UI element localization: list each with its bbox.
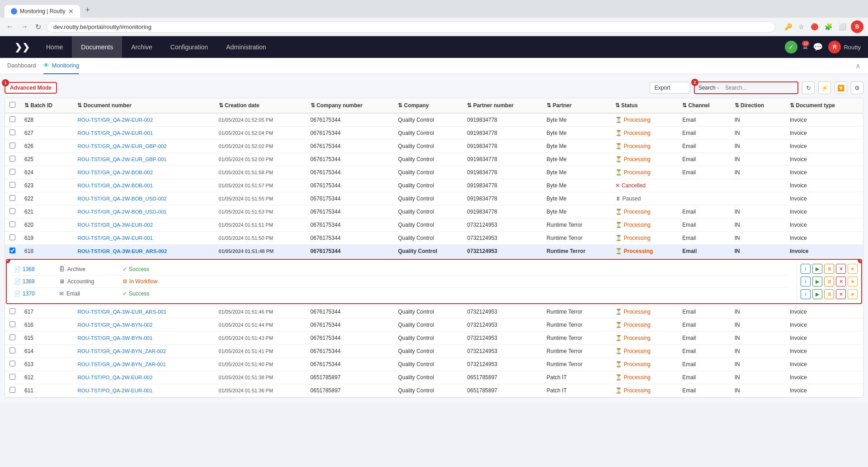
action-star-0[interactable]: ★: [848, 264, 858, 274]
bookmark-icon[interactable]: ☆: [797, 21, 806, 32]
row-checkbox-cell[interactable]: [5, 219, 20, 232]
row-checkbox-cell[interactable]: [5, 113, 20, 127]
table-row[interactable]: 618 ROU-TST/GR_QA-3W-EUR_ARS-002 01/05/2…: [5, 245, 863, 258]
table-row[interactable]: 625 ROU-TST/GR_QA-2W-EUR_GBP-001 01/05/2…: [5, 153, 863, 166]
refresh-button[interactable]: ↻: [802, 81, 815, 94]
col-direction[interactable]: ⇅ Direction: [730, 98, 785, 113]
row-checkbox[interactable]: [9, 156, 15, 162]
col-channel[interactable]: ⇅ Channel: [678, 98, 730, 113]
row-checkbox-cell[interactable]: [5, 332, 20, 345]
table-row[interactable]: 628 ROU-TST/GR_QA-2W-EUR-002 01/05/2024 …: [5, 113, 863, 127]
col-status[interactable]: ⇅ Status: [611, 98, 678, 113]
col-company-num[interactable]: ⇅ Company number: [306, 98, 394, 113]
action-info-0[interactable]: i: [801, 264, 811, 274]
row-checkbox[interactable]: [9, 169, 15, 175]
row-checkbox[interactable]: [9, 334, 15, 340]
row-checkbox[interactable]: [9, 208, 15, 214]
tab-close-button[interactable]: ✕: [68, 8, 74, 15]
action-stop-2[interactable]: ✕: [836, 289, 846, 299]
row-checkbox[interactable]: [9, 116, 15, 122]
row-checkbox-cell[interactable]: [5, 384, 20, 397]
nav-configuration[interactable]: Configuration: [161, 36, 217, 58]
table-row[interactable]: 619 ROU-TST/GR_QA-3W-EUR-001 01/05/2024 …: [5, 232, 863, 245]
action-play-1[interactable]: ▶: [812, 276, 822, 286]
collapse-button[interactable]: ∧: [855, 62, 861, 70]
row-checkbox-cell[interactable]: [5, 345, 20, 358]
row-checkbox-cell[interactable]: [5, 358, 20, 371]
row-checkbox-cell[interactable]: [5, 192, 20, 205]
notifications-button[interactable]: ≡ 10: [803, 43, 808, 52]
extensions-icon[interactable]: 🧩: [823, 21, 834, 32]
search-input[interactable]: [721, 82, 797, 93]
row-checkbox-cell[interactable]: [5, 179, 20, 192]
action-info-2[interactable]: i: [801, 289, 811, 299]
advanced-mode-button[interactable]: 1 Advanced Mode: [5, 82, 57, 94]
action-stop-1[interactable]: ✕: [836, 276, 846, 286]
table-row[interactable]: 624 ROU-TST/GR_QA-2W-BOB-002 01/05/2024 …: [5, 166, 863, 179]
table-row[interactable]: 622 ROU-TST/GR_QA-2W-BOB_USD-002 01/05/2…: [5, 192, 863, 205]
action-star-2[interactable]: ★: [848, 289, 858, 299]
row-checkbox-cell[interactable]: [5, 140, 20, 153]
extension-icon[interactable]: 🔴: [809, 21, 820, 32]
table-row[interactable]: 627 ROU-TST/GR_QA-2W-EUR-001 01/05/2024 …: [5, 127, 863, 140]
sub-nav-dashboard[interactable]: Dashboard: [7, 58, 36, 74]
browser-user-avatar[interactable]: B: [851, 20, 863, 33]
row-checkbox-cell[interactable]: [5, 205, 20, 219]
split-view-icon[interactable]: ⬜: [837, 21, 848, 32]
row-checkbox[interactable]: [9, 129, 15, 135]
nav-administration[interactable]: Administration: [217, 36, 275, 58]
row-checkbox-cell[interactable]: [5, 305, 20, 319]
select-all-checkbox[interactable]: [9, 102, 15, 108]
back-button[interactable]: ←: [5, 21, 15, 33]
table-row[interactable]: 612 ROU-TST/PO_QA-2W-EUR-002 01/05/2024 …: [5, 371, 863, 384]
row-checkbox-cell[interactable]: [5, 166, 20, 179]
row-checkbox-cell[interactable]: [5, 319, 20, 332]
nav-documents[interactable]: Documents: [72, 36, 122, 58]
address-bar[interactable]: [47, 21, 775, 33]
col-creation-date[interactable]: ⇅ Creation date: [214, 98, 306, 113]
select-all-header[interactable]: [5, 98, 20, 113]
action-pause-2[interactable]: ⏸: [824, 289, 834, 299]
row-checkbox[interactable]: [9, 321, 15, 327]
row-checkbox[interactable]: [9, 143, 15, 148]
filter-button[interactable]: ⚡: [818, 81, 831, 94]
col-batch-id[interactable]: ⇅ Batch ID: [20, 98, 73, 113]
status-check-icon[interactable]: ✓: [785, 41, 797, 53]
table-row[interactable]: 620 ROU-TST/GR_QA-3W-EUR-002 01/05/2024 …: [5, 219, 863, 232]
table-row[interactable]: 616 ROU-TST/GR_QA-3W-BYN-002 01/05/2024 …: [5, 319, 863, 332]
table-row[interactable]: 611 ROU-TST/PO_QA-2W-EUR-001 01/05/2024 …: [5, 384, 863, 397]
action-stop-0[interactable]: ✕: [836, 264, 846, 274]
row-checkbox[interactable]: [9, 387, 15, 393]
filter-clear-button[interactable]: 🔽: [835, 81, 847, 94]
row-checkbox[interactable]: [9, 182, 15, 188]
col-company[interactable]: ⇅ Company: [393, 98, 462, 113]
row-checkbox-cell[interactable]: [5, 232, 20, 245]
row-checkbox-cell[interactable]: [5, 127, 20, 140]
row-checkbox-cell[interactable]: [5, 153, 20, 166]
row-checkbox[interactable]: [9, 248, 15, 253]
table-row[interactable]: 615 ROU-TST/GR_QA-3W-BYN-001 01/05/2024 …: [5, 332, 863, 345]
nav-home[interactable]: Home: [37, 36, 72, 58]
row-checkbox[interactable]: [9, 374, 15, 380]
row-checkbox-cell[interactable]: [5, 245, 20, 258]
action-play-2[interactable]: ▶: [812, 289, 822, 299]
action-star-1[interactable]: ★: [848, 276, 858, 286]
action-pause-0[interactable]: ⏸: [824, 264, 834, 274]
row-checkbox[interactable]: [9, 308, 15, 314]
new-tab-button[interactable]: +: [81, 3, 95, 18]
col-partner-num[interactable]: ⇅ Partner number: [462, 98, 542, 113]
chat-icon[interactable]: 💬: [813, 42, 823, 52]
forward-button[interactable]: →: [19, 21, 30, 33]
row-checkbox[interactable]: [9, 221, 15, 227]
row-checkbox[interactable]: [9, 348, 15, 353]
table-row[interactable]: 613 ROU-TST/GR_QA-3W-BYN_ZAR-001 01/05/2…: [5, 358, 863, 371]
key-icon[interactable]: 🔑: [783, 21, 794, 32]
action-play-0[interactable]: ▶: [812, 264, 822, 274]
row-checkbox[interactable]: [9, 361, 15, 367]
nav-archive[interactable]: Archive: [122, 36, 161, 58]
export-select[interactable]: Export CSV Excel: [650, 82, 690, 94]
row-checkbox[interactable]: [9, 234, 15, 240]
reload-button[interactable]: ↻: [33, 21, 43, 33]
col-doc-type[interactable]: ⇅ Document type: [785, 98, 863, 113]
browser-tab-active[interactable]: Monitoring | Routty ✕: [5, 5, 80, 18]
